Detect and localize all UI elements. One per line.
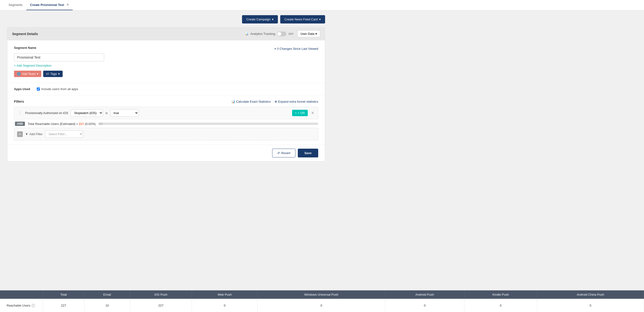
user-data-button[interactable]: User Data ▾ (297, 30, 320, 37)
add-team-chevron-icon: ▾ (37, 72, 38, 76)
globe-icon: 🌐 (17, 72, 21, 76)
card-footer: ↺ Revert Save (7, 145, 325, 161)
filters-section: Filters 📊 Calculate Exact Statistics ⊕ E… (7, 95, 325, 145)
reachable-info-text: Total Reachable Users (Estimated) ≈ 227 … (28, 122, 96, 126)
progress-bar-fill (98, 123, 103, 125)
chart-icon: 📊 (245, 32, 248, 35)
and-reachable-row: AND Total Reachable Users (Estimated) ≈ … (14, 122, 318, 126)
changes-since-last-viewed-text: 0 Changes Since Last Viewed (277, 47, 318, 50)
analytics-tracking-section: 📊 Analytics Tracking OFF (245, 31, 294, 36)
tags-chevron-icon: ▾ (58, 72, 60, 76)
create-news-feed-card-label: Create News Feed Card (284, 17, 318, 21)
plus-icon: + (295, 111, 297, 115)
reachable-pct: (0.02%) (85, 122, 96, 126)
statistics-icon: 📊 (231, 100, 235, 103)
remove-filter-button[interactable]: ✕ (310, 111, 315, 115)
save-label: Save (304, 151, 312, 155)
tab-create-provisional-test-label: Create Provisional Test (30, 3, 64, 7)
tags-label: Tags (50, 72, 57, 76)
reachable-count: 227 (79, 122, 84, 126)
or-button[interactable]: + + OR (292, 110, 308, 116)
chevron-down-icon: ▾ (272, 17, 274, 21)
segment-name-header-row: Segment Name ≡ 0 Changes Since Last View… (14, 46, 318, 51)
expand-funnel-statistics-link[interactable]: ⊕ Expand extra funnel statistics (274, 100, 318, 103)
user-data-label: User Data (300, 32, 314, 35)
calculate-link-text: Calculate Exact Statistics (236, 100, 271, 103)
tag-icon: 🏷 (46, 72, 49, 76)
add-filter-row: + ▼ Add Filter Select Filter... (14, 128, 318, 140)
tag-buttons-row: 🌐 Add Team ▾ 🏷 Tags ▾ (14, 71, 318, 77)
add-description-label: + Add Segment Description (14, 64, 52, 67)
revert-label: Revert (281, 151, 290, 155)
filter-icon: ▼ (25, 132, 28, 136)
add-team-label: Add Team (22, 72, 36, 76)
filter-provisionally-authorized-text: Provisionally Authorized on iOS (25, 111, 68, 115)
main-content: Create Campaign ▾ Create News Feed Card … (0, 10, 332, 166)
or-label: + OR (298, 111, 305, 115)
card-header: Segment Details 📊 Analytics Tracking OFF… (7, 27, 325, 40)
add-description-link[interactable]: + Add Segment Description (14, 64, 318, 67)
segment-name-section: Segment Name ≡ 0 Changes Since Last View… (7, 40, 325, 83)
add-filter-plus-button[interactable]: + (17, 131, 23, 137)
add-filter-label: Add Filter (30, 132, 43, 136)
revert-icon: ↺ (277, 151, 280, 155)
create-news-feed-card-button[interactable]: Create News Feed Card ▾ (280, 15, 325, 23)
chevron-down-icon-2: ▾ (319, 17, 321, 21)
add-team-button[interactable]: 🌐 Add Team ▾ (14, 71, 41, 77)
segment-name-input[interactable] (14, 53, 104, 61)
filters-actions: 📊 Calculate Exact Statistics ⊕ Expand ex… (231, 100, 318, 103)
include-all-apps-checkbox-label[interactable]: Include users from all apps (37, 87, 78, 91)
filter-app-select[interactable]: Stopwatch (iOS) (70, 109, 103, 117)
and-badge: AND (15, 122, 25, 126)
include-all-apps-text: Include users from all apps (41, 87, 78, 91)
plus-circle-icon: ⊕ (274, 100, 277, 103)
filters-label: Filters (14, 100, 24, 103)
filter-value-select[interactable]: true false (110, 109, 138, 117)
tab-create-provisional-test[interactable]: Create Provisional Test ✕ (26, 0, 73, 10)
apps-used-row: Apps Used Include users from all apps (14, 87, 318, 91)
action-buttons-row: Create Campaign ▾ Create News Feed Card … (7, 15, 325, 23)
save-button[interactable]: Save (298, 149, 318, 157)
changes-since-last-viewed-link[interactable]: ≡ 0 Changes Since Last Viewed (274, 47, 318, 50)
apps-used-label: Apps Used (14, 87, 33, 91)
analytics-toggle[interactable] (277, 31, 286, 36)
filter-is-text: is (105, 111, 108, 115)
drag-handle-icon[interactable]: ⋮ (17, 111, 23, 115)
reachable-text: Total Reachable Users (Estimated) ≈ (28, 122, 78, 126)
card-header-actions: 📊 Analytics Tracking OFF User Data ▾ (245, 30, 320, 37)
include-all-apps-checkbox[interactable] (37, 87, 40, 91)
apps-used-section: Apps Used Include users from all apps (7, 83, 325, 95)
filters-header: Filters 📊 Calculate Exact Statistics ⊕ E… (14, 100, 318, 103)
calculate-exact-statistics-link[interactable]: 📊 Calculate Exact Statistics (231, 100, 271, 103)
segment-name-label: Segment Name (14, 46, 36, 49)
create-campaign-label: Create Campaign (246, 17, 270, 21)
analytics-tracking-label: Analytics Tracking (250, 32, 275, 35)
revert-button[interactable]: ↺ Revert (272, 149, 295, 157)
add-filter-button[interactable]: ▼ Add Filter (25, 132, 43, 136)
user-data-chevron-icon: ▾ (315, 32, 317, 35)
select-filter-dropdown[interactable]: Select Filter... (45, 130, 83, 138)
tags-button[interactable]: 🏷 Tags ▾ (43, 71, 62, 77)
create-campaign-button[interactable]: Create Campaign ▾ (242, 15, 278, 23)
reachable-progress-bar (98, 123, 318, 125)
filter-row-1: ⋮ Provisionally Authorized on iOS Stopwa… (14, 107, 318, 119)
tab-segments-label: Segments (8, 3, 22, 7)
expand-link-text: Expand extra funnel statistics (278, 100, 318, 103)
tabs-bar: Segments Create Provisional Test ✕ (0, 0, 644, 10)
segment-details-card: Segment Details 📊 Analytics Tracking OFF… (7, 27, 325, 161)
toggle-off-label: OFF (288, 32, 294, 35)
tab-segments[interactable]: Segments (5, 0, 26, 10)
tab-close-icon[interactable]: ✕ (66, 3, 69, 6)
changes-list-icon: ≡ (274, 47, 276, 50)
card-header-title: Segment Details (12, 32, 38, 36)
